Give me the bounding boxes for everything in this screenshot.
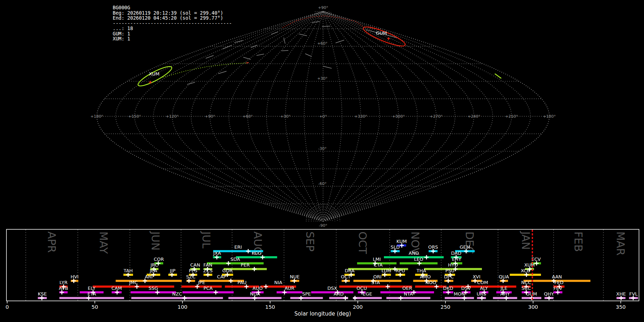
- shower-bar-nta: [386, 297, 430, 299]
- shower-label-ari: ARI: [145, 274, 153, 279]
- peak-marker-pca: [214, 290, 218, 294]
- x-tick-label: 350: [616, 304, 626, 310]
- shower-label-pau: PAU: [238, 280, 247, 285]
- meteor-trail: [299, 34, 307, 36]
- meteor-trail: [234, 40, 243, 43]
- shower-label-amo: AMO: [420, 274, 431, 279]
- shower-label-dsv: DSV: [461, 286, 471, 291]
- map-longitude-label: +0°: [319, 114, 327, 119]
- shower-bar-sda: [207, 262, 264, 264]
- shower-label-fvl: FVL: [629, 291, 638, 297]
- shower-label-lmi: LMI: [373, 257, 381, 262]
- shower-label-ely: ELY: [88, 286, 96, 291]
- shower-label-ncc: NCC: [521, 280, 531, 285]
- peak-marker-sda: [226, 261, 230, 265]
- shower-label-kse: KSE: [38, 291, 47, 297]
- shower-label-aly: ALY: [480, 286, 488, 291]
- shower-label-pps: PPS: [189, 268, 197, 273]
- x-axis-title: Solar longitude (deg): [294, 311, 351, 317]
- map-pole-label: +90°: [318, 5, 328, 10]
- shower-label-dsx: DSX: [327, 286, 337, 291]
- x-tick-label: 150: [265, 304, 275, 310]
- month-label: JUN: [149, 231, 162, 250]
- shower-label-kum: KUM: [396, 239, 407, 244]
- shower-label-ocu: OCU: [357, 286, 367, 291]
- shower-label-xcb: XCB: [521, 268, 530, 273]
- shower-label-spe: SPE: [302, 291, 311, 297]
- shower-label-per: PER: [241, 262, 250, 268]
- count-xum: XUM: 1: [113, 36, 130, 42]
- shower-bar-ssg: [131, 291, 176, 293]
- shower-bar-aur: [277, 291, 302, 293]
- radiant-and-activity-plot: +90°-90°+60°+30°-30°-60°+180°+150°+120°+…: [0, 0, 644, 322]
- meteor-trail: [282, 50, 288, 51]
- meteor-trail: [257, 54, 264, 55]
- shower-label-and: AND: [409, 250, 419, 256]
- shower-label-sda: SDA: [230, 257, 240, 262]
- peak-marker-nzc: [182, 296, 187, 300]
- shower-label-dkd: DKD: [443, 286, 453, 291]
- map-longitude-label: +60°: [243, 114, 253, 119]
- shower-label-sld: SLD: [391, 244, 400, 250]
- map-pole-label: -90°: [319, 223, 327, 228]
- shower-label-avb: AVB: [59, 286, 68, 291]
- month-label: APR: [45, 231, 58, 253]
- shower-label-aud: AUD: [253, 286, 263, 291]
- map-longitude-label: +210°: [505, 114, 518, 119]
- shower-label-qua: QUA: [499, 274, 509, 279]
- activity-chart: APRMAYJUNJULAUGSEPOCTNOVDECJANFEBMARKUME…: [5, 229, 639, 317]
- shower-label-jmc: JMC: [129, 280, 138, 285]
- shower-label-hyd: HYD: [448, 262, 458, 268]
- shower-label-jxa: JXA: [213, 250, 221, 256]
- map-longitude-label: +180°: [543, 114, 556, 119]
- map-longitude-label: +300°: [392, 114, 405, 119]
- peak-marker-nta: [399, 296, 403, 300]
- shower-label-urs: URS: [477, 291, 486, 297]
- shower-label-gum: GUM: [526, 291, 537, 297]
- shower-bar-mon: [445, 297, 474, 299]
- shower-label-ssg: SSG: [148, 286, 158, 291]
- shower-label-cam: CAM: [111, 286, 122, 291]
- month-label: JUL: [200, 231, 213, 249]
- app-window: +90°-90°+60°+30°-30°-60°+180°+150°+120°+…: [0, 0, 644, 322]
- shower-label-sta: STA: [371, 280, 380, 285]
- shower-label-cta: CTA: [374, 262, 382, 268]
- xum-drift-line: [163, 63, 246, 77]
- shower-label-gem: GEM: [460, 244, 470, 250]
- green-segment: [495, 74, 501, 78]
- shower-bar-spe: [290, 297, 323, 299]
- shower-label-can: CAN: [190, 262, 200, 268]
- meteor-trail: [284, 38, 285, 44]
- shower-label-qhy: QHY: [544, 291, 554, 297]
- shower-label-oct: OCT: [341, 274, 351, 279]
- peak-marker-and: [424, 255, 429, 259]
- meteor-trail: [223, 45, 231, 49]
- map-latitude-label: -30°: [318, 146, 326, 151]
- shower-label-aur: AUR: [284, 286, 294, 291]
- shower-label-cap: CAP: [217, 274, 226, 279]
- map-longitude-label: +240°: [468, 114, 480, 119]
- map-longitude-label: +150°: [128, 114, 141, 119]
- peak-marker-cap: [229, 279, 233, 283]
- meteor-trail: [271, 32, 278, 34]
- gum-drift-line: [283, 16, 363, 28]
- radiant-label-gum: GUM: [376, 30, 387, 36]
- shower-label-xvi: XVI: [473, 274, 480, 279]
- x-tick-label: 0: [5, 304, 9, 310]
- shower-label-aan: AAN: [552, 274, 562, 279]
- x-tick-label: 200: [353, 304, 363, 310]
- shower-bar-pca: [182, 291, 234, 293]
- radiant-meteor-marker: [387, 37, 390, 40]
- shower-label-jrc: JRC: [150, 262, 158, 268]
- map-longitude-label: +330°: [355, 114, 367, 119]
- shower-label-leo: LEO: [414, 257, 423, 262]
- shower-bar-kcg: [236, 256, 277, 258]
- shower-bar-eta: [59, 297, 124, 299]
- map-latitude-label: -60°: [318, 181, 326, 186]
- shower-label-rpu: RPU: [396, 268, 405, 273]
- shower-label-dpc: DPC: [444, 274, 454, 279]
- shower-label-xum: XUM: [524, 262, 535, 268]
- meteor-trail: [251, 45, 257, 48]
- shower-label-oer: OER: [402, 286, 412, 291]
- shower-label-nue: NUE: [290, 274, 299, 279]
